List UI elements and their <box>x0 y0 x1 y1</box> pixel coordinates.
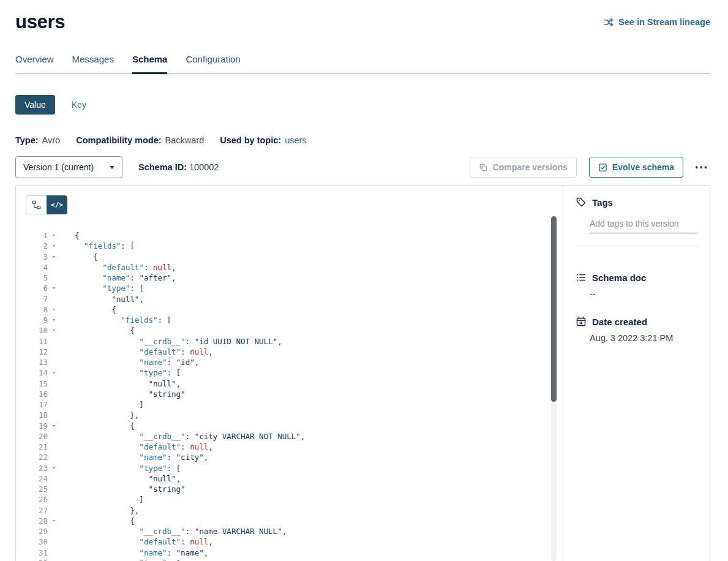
tab-schema[interactable]: Schema <box>132 54 168 74</box>
tags-input[interactable] <box>590 219 697 233</box>
schema-meta: Type: Avro Compatibility mode: Backward … <box>15 135 710 145</box>
compatibility-value: Backward <box>165 135 205 145</box>
code-text: ] <box>60 494 144 505</box>
code-text: "string" <box>60 484 186 494</box>
details-sidebar: Tags Schema doc -- <box>563 186 710 561</box>
line-number: 16 <box>26 389 48 399</box>
fold-spacer <box>48 273 60 283</box>
fold-toggle-icon[interactable]: ▾ <box>48 367 60 378</box>
code-text: "name": "name", <box>60 548 208 558</box>
code-text: "fields": [ <box>60 241 135 251</box>
line-number: 20 <box>26 431 48 442</box>
type-label: Type: <box>15 135 39 145</box>
schema-toolbar: Version 1 (current) Schema ID: 100002 Co… <box>15 156 710 178</box>
code-text: "__crdb__": "id UUID NOT NULL", <box>60 336 282 347</box>
line-number: 8 <box>26 304 48 315</box>
code-line: 9▾ "fields": [ <box>26 315 563 325</box>
code-text: { <box>60 304 116 315</box>
fold-toggle-icon[interactable]: ▾ <box>48 421 60 431</box>
more-options-button[interactable]: ⋯ <box>692 160 710 174</box>
code-text: "default": null, <box>60 262 176 273</box>
code-line: 31 "name": "name", <box>26 548 563 558</box>
evolve-schema-button[interactable]: Evolve schema <box>589 157 683 178</box>
code-text: "default": null, <box>60 442 213 452</box>
code-line: 1▾{ <box>26 230 563 241</box>
fold-toggle-icon[interactable]: ▾ <box>48 252 60 262</box>
line-number: 19 <box>26 421 48 431</box>
fold-spacer <box>48 262 60 273</box>
view-toggle: </> <box>26 195 67 214</box>
code-line: 11 "__crdb__": "id UUID NOT NULL", <box>26 336 563 347</box>
version-select-value: Version 1 (current) <box>23 162 94 172</box>
code-text: "name": "city", <box>60 452 208 462</box>
code-line: 23▾ "type": [ <box>26 463 563 473</box>
line-number: 10 <box>26 325 48 336</box>
code-text: { <box>60 325 135 336</box>
line-number: 24 <box>26 473 48 484</box>
code-line: 19▾ { <box>26 421 563 431</box>
code-line: 14▾ "type": [ <box>26 367 563 378</box>
line-number: 21 <box>26 442 48 452</box>
fold-spacer <box>48 505 60 516</box>
fold-toggle-icon[interactable]: ▾ <box>48 230 60 241</box>
code-text: "type": [ <box>60 463 181 473</box>
code-text: { <box>60 230 80 241</box>
scrollbar-thumb[interactable] <box>551 216 557 402</box>
code-view-button[interactable]: </> <box>47 195 67 214</box>
tab-configuration[interactable]: Configuration <box>186 54 240 73</box>
code-line: 22 "name": "city", <box>26 452 563 462</box>
code-line: 20 "__crdb__": "city VARCHAR NOT NULL", <box>26 431 563 442</box>
line-number: 9 <box>26 315 48 325</box>
code-line: 25 "string" <box>26 484 563 494</box>
fold-spacer <box>48 452 60 462</box>
code-text: "default": null, <box>60 347 213 357</box>
fold-toggle-icon[interactable]: ▾ <box>48 304 60 315</box>
fold-toggle-icon[interactable]: ▾ <box>48 241 60 251</box>
line-number: 4 <box>26 262 48 273</box>
code-line: 2▾ "fields": [ <box>26 241 563 251</box>
date-created-title: Date created <box>592 317 647 327</box>
code-text: }, <box>60 410 139 420</box>
schema-panel: </> 1▾{2▾ "fields": [3▾ {4 "default": nu… <box>15 185 710 561</box>
compare-versions-label: Compare versions <box>493 162 568 172</box>
line-number: 5 <box>26 273 48 283</box>
stream-lineage-link[interactable]: See in Stream lineage <box>604 17 710 28</box>
compare-versions-button[interactable]: Compare versions <box>470 157 577 178</box>
fold-spacer <box>48 357 60 367</box>
sidebar-divider <box>576 246 697 246</box>
page: users See in Stream lineage Overview Mes… <box>0 0 728 561</box>
code-text: "type": [ <box>60 558 181 561</box>
code-lines: 1▾{2▾ "fields": [3▾ {4 "default": null,5… <box>26 230 563 561</box>
value-toggle-button[interactable]: Value <box>15 95 55 115</box>
tab-bar: Overview Messages Schema Configuration <box>15 54 710 74</box>
line-number: 29 <box>26 526 48 537</box>
code-line: 10▾ { <box>26 325 563 336</box>
code-text: "null", <box>60 473 181 484</box>
value-key-toggle: Value Key <box>15 95 710 115</box>
topic-link[interactable]: users <box>285 135 306 145</box>
fold-toggle-icon[interactable]: ▾ <box>48 315 60 325</box>
tree-view-icon <box>31 200 42 210</box>
code-text: { <box>60 516 135 526</box>
line-number: 27 <box>26 505 48 516</box>
fold-toggle-icon[interactable]: ▾ <box>48 516 60 526</box>
line-number: 25 <box>26 484 48 494</box>
fold-spacer <box>48 442 60 452</box>
code-line: 24 "null", <box>26 473 563 484</box>
line-number: 14 <box>26 367 48 378</box>
version-select[interactable]: Version 1 (current) <box>15 156 122 178</box>
fold-toggle-icon[interactable]: ▾ <box>48 463 60 473</box>
stream-lineage-icon <box>604 17 614 28</box>
key-toggle-button[interactable]: Key <box>62 95 96 115</box>
fold-toggle-icon[interactable]: ▾ <box>48 558 60 561</box>
tree-view-button[interactable] <box>26 195 47 214</box>
scrollbar[interactable] <box>551 216 557 561</box>
compare-versions-icon <box>479 163 488 172</box>
code-line: 27 }, <box>26 505 563 516</box>
tab-messages[interactable]: Messages <box>72 54 114 73</box>
evolve-schema-icon <box>598 163 607 172</box>
fold-toggle-icon[interactable]: ▾ <box>48 325 60 336</box>
tab-overview[interactable]: Overview <box>15 54 54 73</box>
line-number: 30 <box>26 537 48 547</box>
fold-toggle-icon[interactable]: ▾ <box>48 283 60 293</box>
